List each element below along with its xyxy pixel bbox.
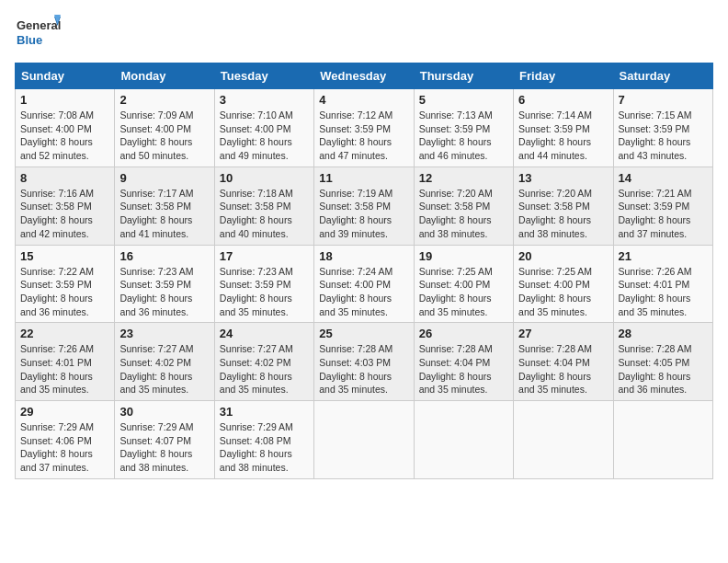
calendar-cell — [613, 401, 712, 479]
day-info: Sunrise: 7:28 AMSunset: 4:05 PMDaylight:… — [619, 342, 708, 396]
day-number: 21 — [619, 249, 708, 263]
calendar-cell: 24Sunrise: 7:27 AMSunset: 4:02 PMDayligh… — [214, 323, 313, 401]
calendar-cell: 11Sunrise: 7:19 AMSunset: 3:58 PMDayligh… — [314, 167, 414, 245]
calendar-cell: 8Sunrise: 7:16 AMSunset: 3:58 PMDaylight… — [16, 167, 115, 245]
logo: General Blue — [15, 15, 61, 52]
day-number: 3 — [220, 93, 309, 107]
day-number: 25 — [319, 327, 408, 340]
day-number: 16 — [119, 249, 209, 263]
weekday-header-saturday: Saturday — [613, 63, 712, 89]
day-number: 29 — [20, 405, 109, 419]
calendar-cell: 10Sunrise: 7:18 AMSunset: 3:58 PMDayligh… — [214, 167, 313, 245]
day-number: 20 — [518, 249, 608, 263]
calendar-cell — [414, 401, 513, 479]
day-info: Sunrise: 7:29 AMSunset: 4:06 PMDaylight:… — [20, 420, 109, 475]
day-info: Sunrise: 7:08 AMSunset: 4:00 PMDaylight:… — [20, 109, 109, 163]
day-number: 4 — [319, 93, 408, 107]
day-info: Sunrise: 7:29 AMSunset: 4:07 PMDaylight:… — [119, 420, 209, 475]
calendar-cell: 3Sunrise: 7:10 AMSunset: 4:00 PMDaylight… — [214, 89, 313, 167]
calendar-cell: 27Sunrise: 7:28 AMSunset: 4:04 PMDayligh… — [514, 323, 613, 401]
calendar-cell: 25Sunrise: 7:28 AMSunset: 4:03 PMDayligh… — [314, 323, 414, 401]
calendar-cell: 19Sunrise: 7:25 AMSunset: 4:00 PMDayligh… — [414, 245, 513, 323]
day-info: Sunrise: 7:12 AMSunset: 3:59 PMDaylight:… — [319, 109, 408, 163]
weekday-header-sunday: Sunday — [16, 63, 115, 89]
day-number: 8 — [20, 171, 109, 185]
day-number: 27 — [518, 327, 608, 340]
calendar-cell: 6Sunrise: 7:14 AMSunset: 3:59 PMDaylight… — [514, 89, 613, 167]
day-number: 28 — [619, 327, 708, 340]
day-info: Sunrise: 7:28 AMSunset: 4:03 PMDaylight:… — [319, 342, 408, 396]
calendar-cell: 16Sunrise: 7:23 AMSunset: 3:59 PMDayligh… — [115, 245, 214, 323]
day-info: Sunrise: 7:28 AMSunset: 4:04 PMDaylight:… — [419, 342, 508, 396]
day-info: Sunrise: 7:25 AMSunset: 4:00 PMDaylight:… — [518, 265, 608, 319]
weekday-header-monday: Monday — [115, 63, 214, 89]
weekday-header-thursday: Thursday — [414, 63, 513, 89]
calendar-cell: 18Sunrise: 7:24 AMSunset: 4:00 PMDayligh… — [314, 245, 414, 323]
day-number: 7 — [619, 93, 708, 107]
calendar-table: SundayMondayTuesdayWednesdayThursdayFrid… — [15, 63, 713, 479]
day-number: 31 — [220, 405, 309, 419]
day-info: Sunrise: 7:19 AMSunset: 3:58 PMDaylight:… — [319, 187, 408, 241]
calendar-cell — [514, 401, 613, 479]
calendar-cell: 7Sunrise: 7:15 AMSunset: 3:59 PMDaylight… — [613, 89, 712, 167]
day-info: Sunrise: 7:28 AMSunset: 4:04 PMDaylight:… — [518, 342, 608, 396]
day-number: 2 — [119, 93, 209, 107]
weekday-header-wednesday: Wednesday — [314, 63, 414, 89]
day-number: 19 — [419, 249, 508, 263]
calendar-cell: 15Sunrise: 7:22 AMSunset: 3:59 PMDayligh… — [16, 245, 115, 323]
day-info: Sunrise: 7:27 AMSunset: 4:02 PMDaylight:… — [220, 342, 309, 396]
calendar-cell: 23Sunrise: 7:27 AMSunset: 4:02 PMDayligh… — [115, 323, 214, 401]
svg-text:General: General — [17, 18, 61, 32]
calendar-cell: 28Sunrise: 7:28 AMSunset: 4:05 PMDayligh… — [613, 323, 712, 401]
day-info: Sunrise: 7:20 AMSunset: 3:58 PMDaylight:… — [518, 187, 608, 241]
day-number: 30 — [119, 405, 209, 419]
calendar-cell: 4Sunrise: 7:12 AMSunset: 3:59 PMDaylight… — [314, 89, 414, 167]
day-number: 23 — [119, 327, 209, 340]
day-info: Sunrise: 7:23 AMSunset: 3:59 PMDaylight:… — [119, 265, 209, 319]
page-header: General Blue — [15, 15, 713, 52]
calendar-cell: 2Sunrise: 7:09 AMSunset: 4:00 PMDaylight… — [115, 89, 214, 167]
day-number: 26 — [419, 327, 508, 340]
day-info: Sunrise: 7:27 AMSunset: 4:02 PMDaylight:… — [119, 342, 209, 396]
day-number: 9 — [119, 171, 209, 185]
day-info: Sunrise: 7:22 AMSunset: 3:59 PMDaylight:… — [20, 265, 109, 319]
calendar-cell: 9Sunrise: 7:17 AMSunset: 3:58 PMDaylight… — [115, 167, 214, 245]
calendar-cell: 22Sunrise: 7:26 AMSunset: 4:01 PMDayligh… — [16, 323, 115, 401]
day-number: 12 — [419, 171, 508, 185]
calendar-cell: 12Sunrise: 7:20 AMSunset: 3:58 PMDayligh… — [414, 167, 513, 245]
day-info: Sunrise: 7:20 AMSunset: 3:58 PMDaylight:… — [419, 187, 508, 241]
day-number: 17 — [220, 249, 309, 263]
day-info: Sunrise: 7:24 AMSunset: 4:00 PMDaylight:… — [319, 265, 408, 319]
day-number: 22 — [20, 327, 109, 340]
day-info: Sunrise: 7:15 AMSunset: 3:59 PMDaylight:… — [619, 109, 708, 163]
day-number: 13 — [518, 171, 608, 185]
calendar-cell: 30Sunrise: 7:29 AMSunset: 4:07 PMDayligh… — [115, 401, 214, 479]
day-info: Sunrise: 7:17 AMSunset: 3:58 PMDaylight:… — [119, 187, 209, 241]
day-number: 6 — [518, 93, 608, 107]
logo-svg: General Blue — [15, 15, 61, 52]
day-number: 11 — [319, 171, 408, 185]
day-number: 24 — [220, 327, 309, 340]
weekday-header-tuesday: Tuesday — [214, 63, 313, 89]
day-info: Sunrise: 7:13 AMSunset: 3:59 PMDaylight:… — [419, 109, 508, 163]
calendar-cell: 26Sunrise: 7:28 AMSunset: 4:04 PMDayligh… — [414, 323, 513, 401]
day-info: Sunrise: 7:26 AMSunset: 4:01 PMDaylight:… — [619, 265, 708, 319]
calendar-cell: 31Sunrise: 7:29 AMSunset: 4:08 PMDayligh… — [214, 401, 313, 479]
day-info: Sunrise: 7:26 AMSunset: 4:01 PMDaylight:… — [20, 342, 109, 396]
day-number: 14 — [619, 171, 708, 185]
calendar-cell: 13Sunrise: 7:20 AMSunset: 3:58 PMDayligh… — [514, 167, 613, 245]
day-number: 5 — [419, 93, 508, 107]
day-info: Sunrise: 7:23 AMSunset: 3:59 PMDaylight:… — [220, 265, 309, 319]
day-info: Sunrise: 7:14 AMSunset: 3:59 PMDaylight:… — [518, 109, 608, 163]
day-number: 1 — [20, 93, 109, 107]
day-info: Sunrise: 7:18 AMSunset: 3:58 PMDaylight:… — [220, 187, 309, 241]
day-number: 15 — [20, 249, 109, 263]
calendar-cell: 29Sunrise: 7:29 AMSunset: 4:06 PMDayligh… — [16, 401, 115, 479]
calendar-cell: 20Sunrise: 7:25 AMSunset: 4:00 PMDayligh… — [514, 245, 613, 323]
day-info: Sunrise: 7:21 AMSunset: 3:59 PMDaylight:… — [619, 187, 708, 241]
calendar-cell: 1Sunrise: 7:08 AMSunset: 4:00 PMDaylight… — [16, 89, 115, 167]
day-info: Sunrise: 7:25 AMSunset: 4:00 PMDaylight:… — [419, 265, 508, 319]
calendar-cell: 5Sunrise: 7:13 AMSunset: 3:59 PMDaylight… — [414, 89, 513, 167]
calendar-cell — [314, 401, 414, 479]
calendar-cell: 17Sunrise: 7:23 AMSunset: 3:59 PMDayligh… — [214, 245, 313, 323]
